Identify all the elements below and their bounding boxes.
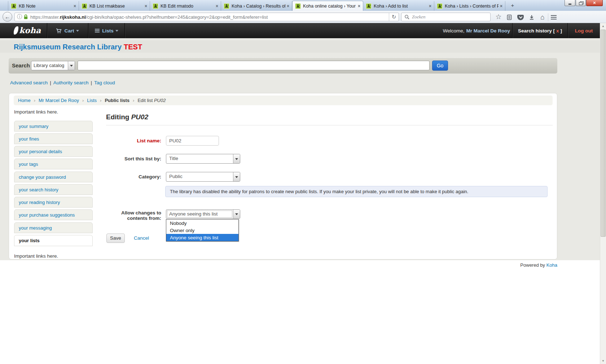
home-icon[interactable]: ⌂ <box>538 13 547 21</box>
select-arrow-icon[interactable] <box>233 210 240 218</box>
sidebar-item-your-messaging[interactable]: your messaging <box>14 222 93 233</box>
new-tab-button[interactable]: + <box>508 2 517 9</box>
browser-tab-active[interactable]: k Koha online catalog › Your ... × <box>292 1 363 11</box>
sidebar-item-your-lists[interactable]: your lists <box>14 235 93 246</box>
scroll-down-arrow-icon[interactable]: ▼ <box>600 358 606 364</box>
hamburger-menu-icon[interactable] <box>548 13 559 21</box>
downloads-icon[interactable] <box>527 13 536 21</box>
sidebar-item-your-summary[interactable]: your summary <box>14 121 93 132</box>
tab-close-icon[interactable]: × <box>358 4 360 9</box>
tab-close-icon[interactable]: × <box>287 4 289 9</box>
browser-tab[interactable]: k Koha › Lists › Contents of P... × <box>434 1 505 11</box>
sidebar-top-note: Important links here. <box>14 109 58 115</box>
web-search-input[interactable]: Zoeken <box>401 13 491 21</box>
sidebar-item-your-search-history[interactable]: your search history <box>14 184 93 195</box>
cart-menu[interactable]: Cart <box>47 23 88 38</box>
koha-favicon-icon: k <box>437 3 443 9</box>
sidebar-item-your-personal-details[interactable]: your personal details <box>14 146 93 157</box>
save-button[interactable]: Save <box>106 234 125 243</box>
breadcrumb-separator: › <box>82 98 84 103</box>
option-anyone-seeing-this-list[interactable]: Anyone seeing this list <box>166 234 238 241</box>
browser-toolbar: ← ⓘ https://master.rijkskoha.nl/cgi-bin/… <box>0 11 606 23</box>
cart-icon <box>56 28 62 34</box>
close-button[interactable]: × <box>586 0 603 6</box>
browser-tab[interactable]: k Koha › Catalog › Results of ... × <box>221 1 292 11</box>
breadcrumb: Home › Mr Marcel De Rooy › Lists › Publi… <box>14 96 553 105</box>
go-button[interactable]: Go <box>432 61 448 71</box>
advanced-search-link[interactable]: Advanced search <box>10 80 48 85</box>
browser-window: k KB Note × k KB List rmakbase × k KB Ed… <box>0 0 606 364</box>
tab-close-icon[interactable]: × <box>145 4 147 9</box>
sort-select[interactable]: Title <box>166 154 240 164</box>
browser-tab[interactable]: k KB List rmakbase × <box>79 1 150 11</box>
search-history-link[interactable]: Search history [ x ] <box>513 23 567 38</box>
tab-title: Koha › Lists › Contents of P... <box>445 4 499 9</box>
breadcrumb-user[interactable]: Mr Marcel De Rooy <box>39 98 79 103</box>
catalog-type-select[interactable]: Library catalog <box>31 61 75 70</box>
breadcrumb-separator: › <box>100 98 101 103</box>
tab-close-icon[interactable]: × <box>74 4 76 9</box>
koha-logo[interactable]: koha <box>14 26 41 35</box>
tab-close-icon[interactable]: × <box>216 4 218 9</box>
restore-icon <box>579 1 583 5</box>
tab-title: Koha online catalog › Your ... <box>303 4 356 9</box>
divider <box>106 125 553 125</box>
tab-title: KB Edit rmatodo <box>161 4 214 9</box>
authority-search-link[interactable]: Authority search <box>53 80 89 85</box>
permissions-dropdown: Nobody Owner only Anyone seeing this lis… <box>166 219 239 241</box>
reload-button[interactable]: ↻ <box>389 13 399 21</box>
tab-close-icon[interactable]: × <box>429 4 431 9</box>
pocket-icon[interactable] <box>516 13 525 21</box>
url-domain: rijkskoha.nl <box>60 14 86 20</box>
bookmark-star-icon[interactable]: ☆ <box>494 13 503 21</box>
list-name-input[interactable] <box>166 136 219 146</box>
minimize-button[interactable] <box>565 0 575 6</box>
koha-favicon-icon: k <box>224 3 229 9</box>
sort-label: Sort this list by: <box>106 156 161 161</box>
koha-footer-link[interactable]: Koha <box>546 262 557 268</box>
tag-cloud-link[interactable]: Tag cloud <box>94 80 115 85</box>
sidebar-item-your-fines[interactable]: your fines <box>14 133 93 144</box>
address-bar[interactable]: ⓘ https://master.rijkskoha.nl/cgi-bin/ko… <box>14 13 399 21</box>
breadcrumb-home[interactable]: Home <box>18 98 31 103</box>
browser-tab[interactable]: k KB Edit rmatodo × <box>150 1 221 11</box>
breadcrumb-separator: › <box>34 98 35 103</box>
page-info-icon[interactable]: ⓘ <box>17 14 22 20</box>
sidebar-item-your-tags[interactable]: your tags <box>14 159 93 169</box>
breadcrumb-lists[interactable]: Lists <box>87 98 97 103</box>
user-name-link[interactable]: Mr Marcel De Rooy <box>466 28 510 34</box>
tab-close-icon[interactable]: × <box>500 4 502 9</box>
catalog-search-bar: Search Library catalog Go <box>9 58 557 74</box>
scrollbar-thumb[interactable] <box>601 30 606 237</box>
category-note: The library has disabled the ability for… <box>165 186 548 197</box>
bookmarks-menu-icon[interactable] <box>505 13 514 21</box>
sidebar-item-change-your-password[interactable]: change your password <box>14 172 93 182</box>
permissions-label: Allow changes tocontents from: <box>106 210 161 221</box>
category-select[interactable]: Public <box>166 172 240 182</box>
category-label: Category: <box>106 174 161 179</box>
scroll-up-arrow-icon[interactable]: ▲ <box>600 23 606 29</box>
select-arrow-icon[interactable] <box>233 154 240 163</box>
lists-menu[interactable]: Lists <box>88 23 124 38</box>
lists-icon <box>95 28 100 33</box>
browser-tab[interactable]: k Koha › Add to list × <box>363 1 434 11</box>
permissions-select[interactable]: Anyone seeing this list <box>166 209 240 219</box>
breadcrumb-current: Edit list PU02 <box>137 98 166 103</box>
select-arrow-icon[interactable] <box>233 172 240 181</box>
cancel-link[interactable]: Cancel <box>134 235 149 241</box>
select-arrow-icon[interactable] <box>68 61 75 70</box>
option-nobody[interactable]: Nobody <box>166 219 238 227</box>
catalog-search-input[interactable] <box>78 61 430 70</box>
sidebar-item-your-reading-history[interactable]: your reading history <box>14 197 93 208</box>
sidebar-item-your-purchase-suggestions[interactable]: your purchase suggestions <box>14 209 93 220</box>
search-history-clear-x[interactable]: x <box>556 28 559 34</box>
vertical-scrollbar[interactable]: ▲ ▼ <box>600 23 606 364</box>
main-content-box: Home › Mr Marcel De Rooy › Lists › Publi… <box>9 93 557 259</box>
option-owner-only[interactable]: Owner only <box>166 227 238 234</box>
tab-title: KB Note <box>19 4 72 9</box>
back-button[interactable]: ← <box>3 12 12 22</box>
breadcrumb-separator: › <box>133 98 134 103</box>
restore-button[interactable] <box>576 0 586 6</box>
browser-tab[interactable]: k KB Note × <box>8 1 79 11</box>
logout-link[interactable]: Log out <box>568 23 600 38</box>
